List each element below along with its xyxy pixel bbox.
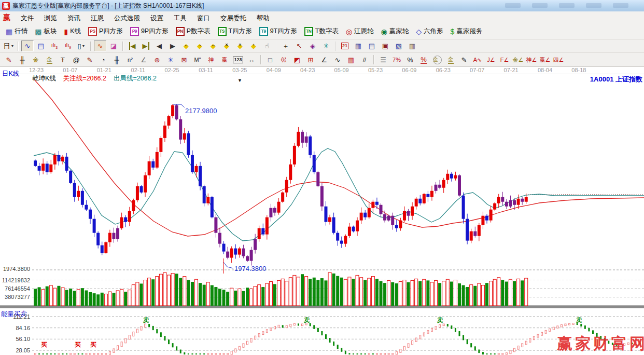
pick-tool-button[interactable]: ↖ <box>293 40 305 51</box>
m-quote-tool[interactable]: M" <box>191 54 204 65</box>
menu-item-9[interactable]: 帮助 <box>251 13 275 23</box>
p-square-button[interactable]: PSP四方形 <box>85 26 127 37</box>
knife-tool[interactable]: ✎ <box>83 54 96 65</box>
compass-tool[interactable]: ⊕ <box>151 54 163 65</box>
export-button[interactable]: ▧ <box>393 40 405 51</box>
ying-tool[interactable]: 赢 <box>218 54 231 65</box>
info-doc-button[interactable]: ▤ <box>35 40 47 51</box>
grid-box-tool[interactable]: ⊞ <box>304 54 317 65</box>
menu-item-3[interactable]: 江恩 <box>86 13 109 23</box>
menu-item-6[interactable]: 工具 <box>169 13 192 23</box>
percent-line-tool[interactable]: % <box>417 54 430 65</box>
step-first-button[interactable]: ◀ <box>126 40 138 51</box>
sectors-button[interactable]: ▩板块 <box>31 26 60 37</box>
ink-pen-tool[interactable]: ✎ <box>458 54 470 65</box>
trend-pen-tool[interactable]: ✎ <box>3 54 15 65</box>
spiral-tool[interactable]: @ <box>70 54 82 65</box>
angle-measure-tool[interactable]: ∠ <box>137 54 150 65</box>
gann-shape-button[interactable]: ◈ <box>306 40 319 51</box>
hand-tool-button[interactable]: ☝ <box>261 40 273 51</box>
winner-service-button[interactable]: $赢家服务 <box>447 26 486 37</box>
n-square-tool[interactable]: n² <box>124 54 136 65</box>
clock-circle-tool[interactable]: ◔ <box>97 54 109 65</box>
p-table-button[interactable]: PNP数字表 <box>172 26 214 37</box>
kline-button[interactable]: ▮K线 <box>60 26 85 37</box>
cycle-tool-button[interactable]: ✳ <box>320 40 332 51</box>
fan-lines-tool[interactable]: 巛 <box>277 54 290 65</box>
diamond-close-button[interactable]: ◆✕ <box>220 40 233 51</box>
menu-item-7[interactable]: 窗口 <box>192 13 215 23</box>
f-grid-tool[interactable]: Ŧ <box>57 54 69 65</box>
quotes-button[interactable]: ▦行情 <box>2 26 31 37</box>
gold-grid2-tool[interactable]: 金 <box>43 54 55 65</box>
gann-wheel-button[interactable]: ◎江恩轮 <box>342 26 377 37</box>
starburst-tool[interactable]: ✳ <box>164 54 177 65</box>
wave-tool-button[interactable]: ∿ <box>21 40 34 51</box>
a-wave-tool[interactable]: A∿ <box>471 54 484 65</box>
shen-angle-tool[interactable]: 神∠ <box>525 54 538 65</box>
candle-period-button[interactable]: ▯▼ <box>75 40 88 51</box>
slashes-tool[interactable]: // <box>358 54 371 65</box>
ruler-tool[interactable]: 123 <box>232 54 244 65</box>
menu-item-4[interactable]: 公式选股 <box>109 13 145 23</box>
diamond-star-button[interactable]: ◆✳ <box>234 40 246 51</box>
si-angle-tool[interactable]: 四∠ <box>552 54 565 65</box>
diamond-overlay-glyph: → <box>194 43 205 47</box>
bars-9-button[interactable]: ılı9 <box>62 40 74 51</box>
gold-grid-tool[interactable]: 金 <box>30 54 42 65</box>
t-table-button[interactable]: TNT数字表 <box>301 26 342 37</box>
ying-angle-tool[interactable]: 赢∠ <box>539 54 551 65</box>
gold-line-tool[interactable]: 金 <box>444 54 457 65</box>
menu-item-2[interactable]: 资讯 <box>62 13 86 23</box>
9p-square-button[interactable]: P99P四方形 <box>127 26 172 37</box>
histogram-button[interactable]: ◪ <box>107 40 120 51</box>
tab-daily-kline[interactable]: 日K线 <box>2 70 19 78</box>
hash-grid-tool[interactable]: ╫ <box>16 54 29 65</box>
diamond-left-button[interactable]: ◆← <box>180 40 192 51</box>
percent-tool[interactable]: % <box>404 54 416 65</box>
gold-angle-tool[interactable]: 金∠ <box>512 54 524 65</box>
red-grid-tool[interactable]: ▦ <box>345 54 357 65</box>
percent7-tool[interactable]: 7% <box>390 54 403 65</box>
diamond-cross-button[interactable]: ◆+ <box>247 40 260 51</box>
chart-marker-icon[interactable]: ▼ <box>237 78 242 83</box>
save-button[interactable]: ▣ <box>379 40 391 51</box>
menu-item-8[interactable]: 交易委托 <box>215 13 251 23</box>
fan-box-tool[interactable]: ◩ <box>291 54 303 65</box>
knife-icon: ✎ <box>87 56 93 64</box>
notes-button[interactable]: ▤ <box>366 40 378 51</box>
diamond-expand-button[interactable]: ◆↔ <box>207 40 219 51</box>
box-star-tool[interactable]: ⊠ <box>178 54 190 65</box>
calendar-button[interactable]: 21 <box>339 40 351 51</box>
step-last-button[interactable]: ▶ <box>139 40 152 51</box>
hexagon-button[interactable]: ◇六角形 <box>412 26 446 37</box>
chart-canvas[interactable] <box>0 67 644 355</box>
f-angle-tool[interactable]: F∠ <box>498 54 511 65</box>
j-angle-tool[interactable]: J∠ <box>485 54 497 65</box>
9t-square-button[interactable]: T99T四方形 <box>256 26 301 37</box>
wave-draw-tool[interactable]: ∿ <box>331 54 344 65</box>
hash2-tool[interactable]: ╫ <box>110 54 123 65</box>
calculator-button[interactable]: ▦ <box>352 40 365 51</box>
width-arrows-tool[interactable]: ↔ <box>245 54 258 65</box>
t-square-button[interactable]: TST四方形 <box>214 26 256 37</box>
shen-tool[interactable]: 神 <box>205 54 217 65</box>
crosshair-button[interactable]: ＋ <box>279 40 292 51</box>
title-bar[interactable]: 赢 赢家江恩专业版[赢家内部服务平台] - [上证指数 SH1A0001-167… <box>0 0 644 12</box>
bars-3-button[interactable]: ılı3 <box>48 40 61 51</box>
square-draw-tool[interactable]: □ <box>264 54 276 65</box>
menu-item-5[interactable]: 设置 <box>145 13 169 23</box>
menu-item-0[interactable]: 文件 <box>16 13 39 23</box>
diamond-right-button[interactable]: ◆→ <box>193 40 206 51</box>
print-button[interactable]: ▥ <box>406 40 418 51</box>
step-back-button[interactable]: ◀ <box>153 40 165 51</box>
menu-item-1[interactable]: 浏览 <box>39 13 62 23</box>
scale-tool[interactable]: ☰ <box>377 54 389 65</box>
qiankun-wave-button[interactable]: ∿ <box>94 40 106 51</box>
quotes-icon: ▦ <box>6 28 12 35</box>
winner-wheel-button[interactable]: ◉赢家轮 <box>377 26 413 37</box>
step-forward-button[interactable]: ▶ <box>166 40 179 51</box>
period-day-button[interactable]: 日▼ <box>3 40 15 51</box>
angle-lines-tool[interactable]: ∠ <box>318 54 330 65</box>
gold-circle-tool[interactable]: 金 <box>431 54 443 65</box>
